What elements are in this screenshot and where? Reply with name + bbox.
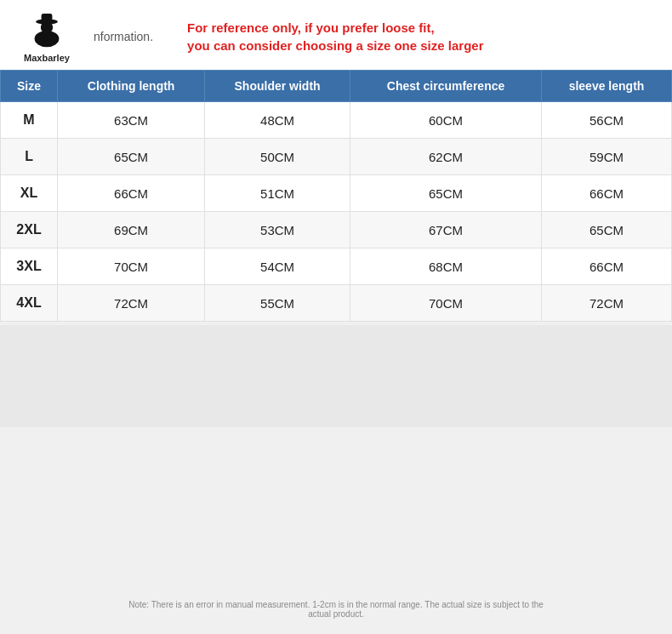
col-size: Size — [1, 71, 58, 102]
cell-clothing_length: 65CM — [58, 139, 205, 175]
brand-name: Maxbarley — [24, 53, 70, 63]
cell-size: 4XL — [1, 285, 58, 322]
cell-shoulder_width: 53CM — [205, 212, 350, 248]
svg-rect-3 — [42, 14, 53, 22]
cell-clothing_length: 63CM — [58, 102, 205, 139]
header-note: For reference only, if you prefer loose … — [187, 19, 483, 54]
size-table-container: Size Clothing length Shoulder width Ches… — [0, 70, 672, 322]
cell-chest_circumference: 62CM — [350, 139, 542, 175]
footer-note: Note: There is an error in manual measur… — [123, 600, 549, 619]
cell-size: 3XL — [1, 248, 58, 285]
cell-chest_circumference: 70CM — [350, 285, 542, 322]
cell-chest_circumference: 67CM — [350, 212, 542, 248]
cell-chest_circumference: 68CM — [350, 248, 542, 285]
cell-sleeve_length: 72CM — [542, 285, 672, 322]
cell-clothing_length: 69CM — [58, 212, 205, 248]
logo-icon — [26, 10, 67, 51]
cell-clothing_length: 72CM — [58, 285, 205, 322]
cell-chest_circumference: 65CM — [350, 175, 542, 212]
cell-chest_circumference: 60CM — [350, 102, 542, 139]
lower-section — [0, 325, 672, 427]
table-header-row: Size Clothing length Shoulder width Ches… — [1, 71, 672, 102]
table-row: 4XL72CM55CM70CM72CM — [1, 285, 672, 322]
col-clothing-length: Clothing length — [58, 71, 205, 102]
cell-shoulder_width: 51CM — [205, 175, 350, 212]
cell-size: M — [1, 102, 58, 139]
table-row: 2XL69CM53CM67CM65CM — [1, 212, 672, 248]
cell-sleeve_length: 56CM — [542, 102, 672, 139]
col-sleeve-length: sleeve length — [542, 71, 672, 102]
cell-size: 2XL — [1, 212, 58, 248]
col-shoulder-width: Shoulder width — [205, 71, 350, 102]
table-row: 3XL70CM54CM68CM66CM — [1, 248, 672, 285]
table-row: L65CM50CM62CM59CM — [1, 139, 672, 175]
cell-clothing_length: 66CM — [58, 175, 205, 212]
cell-shoulder_width: 54CM — [205, 248, 350, 285]
page-wrapper: Maxbarley nformation. For reference only… — [0, 0, 672, 634]
col-chest-circumference: Chest circumference — [350, 71, 542, 102]
table-row: M63CM48CM60CM56CM — [1, 102, 672, 139]
cell-size: XL — [1, 175, 58, 212]
cell-shoulder_width: 48CM — [205, 102, 350, 139]
cell-sleeve_length: 59CM — [542, 139, 672, 175]
cell-sleeve_length: 66CM — [542, 175, 672, 212]
cell-sleeve_length: 65CM — [542, 212, 672, 248]
cell-shoulder_width: 55CM — [205, 285, 350, 322]
table-row: XL66CM51CM65CM66CM — [1, 175, 672, 212]
cell-shoulder_width: 50CM — [205, 139, 350, 175]
header-area: Maxbarley nformation. For reference only… — [0, 0, 672, 70]
header-info-text: nformation. — [94, 30, 153, 43]
cell-size: L — [1, 139, 58, 175]
cell-clothing_length: 70CM — [58, 248, 205, 285]
cell-sleeve_length: 66CM — [542, 248, 672, 285]
size-table: Size Clothing length Shoulder width Ches… — [0, 70, 672, 322]
logo-area: Maxbarley — [17, 10, 77, 63]
